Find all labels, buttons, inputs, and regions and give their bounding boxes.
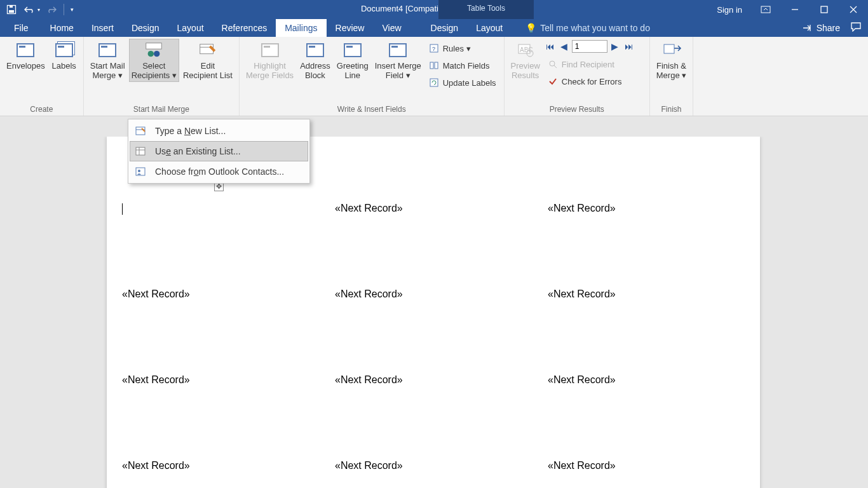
page[interactable]: ✥ «Next Record» «Next Record» «Next Reco… (107, 137, 760, 488)
existing-list-icon (135, 146, 146, 156)
undo-button[interactable]: ▾ (23, 2, 41, 17)
group-label-start: Start Mail Merge (88, 105, 235, 116)
prev-record-button[interactable]: ◀ (558, 40, 571, 53)
ribbon: Envelopes Labels Create Start Mail Merge… (0, 37, 868, 116)
labels-grid: «Next Record» «Next Record» «Next Record… (119, 195, 758, 488)
tab-table-design[interactable]: Design (422, 19, 468, 37)
preview-icon: ABC (515, 40, 536, 60)
tab-file[interactable]: File (4, 19, 41, 37)
find-icon (548, 59, 558, 69)
next-record-button[interactable]: ▶ (609, 40, 621, 53)
minimize-button[interactable] (780, 0, 810, 19)
tab-home[interactable]: Home (41, 19, 83, 37)
record-navigation: ⏮ ◀ ▶ ⏭ (544, 40, 646, 53)
group-preview-results: ABC Preview Results ⏮ ◀ ▶ ⏭ Find Recipie… (505, 37, 650, 116)
sign-in-link[interactable]: Sign in (708, 0, 751, 19)
menu-type-new-list[interactable]: Type a New List... (130, 121, 308, 141)
finish-merge-button[interactable]: Finish & Merge ▾ (654, 39, 689, 82)
insert-merge-field-button[interactable]: Insert Merge Field ▾ (372, 39, 424, 82)
label-cell[interactable]: «Next Record» (119, 367, 332, 452)
tab-view[interactable]: View (373, 19, 410, 37)
label-cell[interactable]: «Next Record» (545, 195, 758, 281)
greeting-line-button[interactable]: Greeting Line (334, 39, 371, 82)
mail-merge-icon (98, 43, 116, 57)
update-labels-button[interactable]: Update Labels (425, 74, 500, 91)
first-record-button[interactable]: ⏮ (544, 40, 557, 53)
tab-insert[interactable]: Insert (83, 19, 123, 37)
maximize-button[interactable] (810, 0, 839, 19)
edit-recipient-list-button[interactable]: Edit Recipient List (180, 39, 235, 82)
address-block-button[interactable]: Address Block (297, 39, 333, 82)
group-label-finish: Finish (654, 105, 689, 116)
check-errors-button[interactable]: Check for Errors (544, 73, 646, 90)
svg-rect-26 (136, 147, 145, 155)
svg-rect-3 (761, 6, 770, 13)
share-button[interactable]: Share (803, 23, 840, 33)
match-fields-button[interactable]: Match Fields (425, 57, 500, 74)
address-block-icon (306, 43, 324, 57)
svg-point-10 (154, 51, 159, 57)
close-button[interactable] (839, 0, 868, 19)
svg-rect-17 (430, 79, 438, 86)
select-recipients-button[interactable]: Select Recipients ▾ (129, 39, 179, 82)
undo-icon (24, 5, 36, 14)
save-icon (6, 4, 17, 15)
outlook-contacts-icon (135, 166, 146, 177)
menu-type-new-list-label: Type a New List... (155, 126, 226, 136)
last-record-button[interactable]: ⏭ (623, 40, 635, 53)
tab-mailings[interactable]: Mailings (276, 19, 326, 37)
menu-use-existing-list[interactable]: Use an Existing List... (130, 141, 308, 161)
tab-layout[interactable]: Layout (168, 19, 213, 37)
group-label-preview: Preview Results (508, 105, 646, 116)
ribbon-display-options[interactable] (751, 0, 780, 19)
label-cell[interactable]: «Next Record» (119, 452, 332, 488)
tell-me-box[interactable]: 💡 Tell me what you want to do (526, 19, 650, 37)
svg-point-21 (550, 61, 555, 66)
svg-point-30 (138, 170, 140, 172)
svg-text:?: ? (432, 46, 435, 52)
save-button[interactable] (3, 2, 20, 17)
menu-outlook-contacts-label: Choose from Outlook Contacts... (155, 166, 284, 177)
label-cell[interactable]: «Next Record» (545, 281, 758, 367)
rules-button[interactable]: ? Rules ▾ (425, 40, 500, 57)
ribbon-options-icon (761, 6, 771, 13)
start-mail-merge-button[interactable]: Start Mail Merge ▾ (88, 39, 128, 82)
share-label: Share (817, 23, 840, 33)
redo-icon (47, 5, 57, 14)
group-create: Envelopes Labels Create (0, 37, 84, 116)
label-cell[interactable]: «Next Record» (545, 452, 758, 488)
labels-button[interactable]: Labels (49, 39, 79, 72)
svg-rect-5 (821, 6, 827, 13)
redo-button[interactable] (43, 2, 61, 17)
label-cell[interactable]: «Next Record» (332, 195, 545, 281)
group-write-insert: Highlight Merge Fields Address Block Gre… (240, 37, 505, 116)
check-icon (548, 76, 558, 86)
preview-results-button[interactable]: ABC Preview Results (508, 39, 543, 82)
label-cell[interactable]: «Next Record» (119, 281, 332, 367)
label-cell[interactable]: «Next Record» (332, 452, 545, 488)
envelope-icon (17, 43, 34, 57)
find-recipient-button[interactable]: Find Recipient (544, 56, 646, 72)
comments-button[interactable] (850, 22, 862, 34)
qat-customize[interactable]: ▾ (67, 2, 77, 17)
minimize-icon (791, 6, 799, 13)
tab-review[interactable]: Review (327, 19, 374, 37)
record-number-input[interactable] (572, 40, 607, 53)
tab-references[interactable]: References (213, 19, 276, 37)
tab-design[interactable]: Design (123, 19, 168, 37)
envelopes-button[interactable]: Envelopes (4, 39, 48, 72)
menu-use-existing-list-label: Use an Existing List... (155, 146, 241, 156)
label-cell[interactable]: «Next Record» (332, 281, 545, 367)
close-icon (850, 6, 857, 13)
highlight-merge-fields-button[interactable]: Highlight Merge Fields (243, 39, 296, 82)
merge-field-icon (389, 43, 407, 57)
labels-icon (55, 43, 73, 57)
label-cell[interactable]: «Next Record» (332, 367, 545, 452)
tab-table-layout[interactable]: Layout (467, 19, 512, 37)
label-cell[interactable] (119, 195, 332, 281)
label-cell[interactable]: «Next Record» (545, 367, 758, 452)
menu-outlook-contacts[interactable]: Choose from Outlook Contacts... (130, 161, 308, 182)
group-finish: Finish & Merge ▾ Finish (650, 37, 693, 116)
tell-me-text: Tell me what you want to do (540, 23, 650, 33)
recipients-icon (144, 40, 164, 60)
